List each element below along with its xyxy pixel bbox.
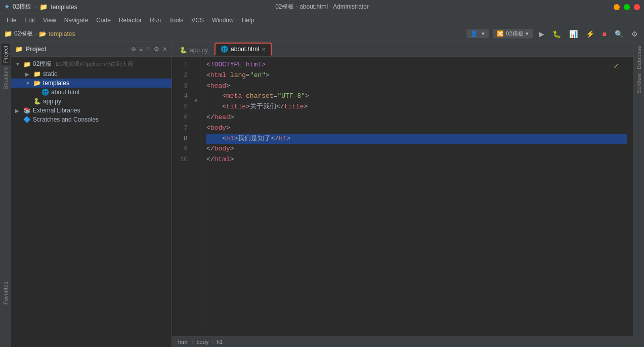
run-toolbar-icon[interactable]: ▶ xyxy=(537,29,546,39)
line-num-10: 10 xyxy=(172,155,188,165)
title-left: ✦ 02模板 › 📁 templates xyxy=(4,3,77,11)
toolbar-folder: 📂 xyxy=(39,30,47,37)
sciview-panel-label[interactable]: SciView xyxy=(636,71,642,95)
line-num-7: 7 xyxy=(172,123,188,134)
menu-tools[interactable]: Tools xyxy=(165,16,187,25)
breadcrumb-sep-2: › xyxy=(211,339,213,345)
right-strip: Database SciView xyxy=(633,42,644,347)
app-py-icon: 🐍 xyxy=(33,98,41,105)
menu-refactor[interactable]: Refactor xyxy=(115,16,145,25)
vtab-structure[interactable]: Structure xyxy=(2,65,10,92)
menu-view[interactable]: View xyxy=(39,16,60,25)
debug-icon[interactable]: 🐛 xyxy=(550,29,563,39)
menu-run[interactable]: Run xyxy=(146,16,164,25)
profile-arrow: ▾ xyxy=(482,30,485,37)
ext-libs-label: External Libraries xyxy=(33,107,80,114)
minimize-button[interactable] xyxy=(614,4,620,10)
left-strip: Project Structure Favorites xyxy=(0,42,11,347)
breadcrumb-sep-1: › xyxy=(192,339,194,345)
gutter-line-7 xyxy=(192,89,200,97)
separator-icon: › xyxy=(34,4,36,11)
ext-arrow: ▶ xyxy=(15,108,21,113)
vcs-button[interactable]: 🔀 02模板 ▾ xyxy=(493,29,532,38)
breadcrumb-html[interactable]: html xyxy=(178,339,189,345)
coverage-icon[interactable]: 📊 xyxy=(567,29,580,39)
tab-close-button[interactable]: ✕ xyxy=(262,47,266,52)
menu-edit[interactable]: Edit xyxy=(21,16,38,25)
folder-icon: 📁 xyxy=(39,3,48,11)
window-title: 02模板 - about.html - Administrator xyxy=(275,3,369,11)
menu-bar: File Edit View Navigate Code Refactor Ru… xyxy=(0,14,644,26)
vcs-label: 02模板 xyxy=(506,30,523,37)
app-icon: ✦ xyxy=(4,3,10,11)
tree-about-html[interactable]: 🌐 about.html xyxy=(11,88,171,97)
static-folder-icon: 📁 xyxy=(33,70,41,78)
tab-app-py[interactable]: 🐍 app.py xyxy=(174,44,213,56)
code-line-3: <head> xyxy=(206,81,627,92)
settings-icon[interactable]: ⚙ xyxy=(629,29,640,39)
project-tree: ▼ 📁 02模板 D:\视频课程\python\小白到大师 ▶ 📁 static… xyxy=(11,57,171,347)
gutter-line-9 xyxy=(192,105,200,113)
stop-icon[interactable]: ■ xyxy=(600,29,609,39)
close-button[interactable] xyxy=(634,4,640,10)
settings-sidebar-icon[interactable]: ⚙ xyxy=(154,46,159,53)
favorites-area: Favorites xyxy=(0,280,11,306)
vtab-favorites[interactable]: Favorites xyxy=(2,280,10,306)
editor-tabs: 🐍 app.py 🌐 about.html ✕ xyxy=(172,42,633,57)
tree-app-py[interactable]: 🐍 app.py xyxy=(11,97,171,106)
breadcrumb-body[interactable]: body xyxy=(196,339,208,345)
root-path: D:\视频课程\python\小白到大师 xyxy=(56,60,133,68)
profile-button[interactable]: 👤 ▾ xyxy=(466,29,489,38)
tab-about-html[interactable]: 🌐 about.html ✕ xyxy=(214,43,272,56)
menu-window[interactable]: Window xyxy=(208,16,237,25)
code-editor: 1 2 3 4 5 6 7 8 9 10 ⚡ xyxy=(172,57,633,336)
gutter: ⚡ xyxy=(192,57,200,336)
line-num-4: 4 xyxy=(172,91,188,102)
toolbar-project[interactable]: 02模板 xyxy=(14,29,33,38)
toolbar-folder-name[interactable]: templates xyxy=(49,30,75,37)
tree-templates[interactable]: ▼ 📂 templates xyxy=(11,79,171,88)
database-panel-label[interactable]: Database xyxy=(636,44,642,71)
menu-file[interactable]: File xyxy=(3,16,20,25)
menu-vcs[interactable]: VCS xyxy=(188,16,207,25)
search-icon[interactable]: 🔍 xyxy=(613,29,625,39)
maximize-button[interactable] xyxy=(624,4,630,10)
close-sidebar-icon[interactable]: ✕ xyxy=(162,46,167,53)
ext-libs-icon: 📚 xyxy=(23,107,31,114)
breadcrumb-h1[interactable]: h1 xyxy=(217,339,223,345)
tree-root[interactable]: ▼ 📁 02模板 D:\视频课程\python\小白到大师 xyxy=(11,59,171,69)
root-label: 02模板 xyxy=(33,60,52,68)
tree-ext-libs[interactable]: ▶ 📚 External Libraries xyxy=(11,106,171,115)
line-num-9: 9 xyxy=(172,144,188,155)
check-mark: ✓ xyxy=(614,61,619,71)
code-line-7: <body> xyxy=(206,123,627,134)
code-line-2: <html lang="en"> xyxy=(206,70,627,81)
sidebar-header: 📁 Project ⊕ ≡ ≣ ⚙ ✕ xyxy=(11,42,171,57)
tree-scratches[interactable]: 🔷 Scratches and Consoles xyxy=(11,115,171,124)
vcs-arrow: ▾ xyxy=(526,30,529,37)
outer-wrapper: Project Structure Favorites 📁 Project ⊕ … xyxy=(0,42,644,347)
code-content[interactable]: <!DOCTYPE html> <html lang="en"> <head> … xyxy=(200,57,633,336)
menu-help[interactable]: Help xyxy=(238,16,258,25)
sidebar-title: Project xyxy=(26,46,47,53)
code-line-8: <h1>我们是知了</h1> xyxy=(206,134,627,144)
code-line-6: </head> xyxy=(206,112,627,123)
profile-run-icon[interactable]: ⚡ xyxy=(584,29,596,39)
profile-icon: 👤 xyxy=(470,30,478,37)
root-arrow: ▼ xyxy=(15,61,21,67)
menu-code[interactable]: Code xyxy=(93,16,114,25)
breadcrumb-bar: html › body › h1 xyxy=(172,336,633,347)
collapse-icon[interactable]: ≣ xyxy=(146,46,151,53)
scroll-icon[interactable]: ≡ xyxy=(139,46,143,53)
sidebar-icons: ⊕ ≡ ≣ ⚙ ✕ xyxy=(131,46,167,53)
tree-static[interactable]: ▶ 📁 static xyxy=(11,69,171,79)
line-num-6: 6 xyxy=(172,112,188,123)
locate-icon[interactable]: ⊕ xyxy=(131,46,136,53)
app-py-label: app.py xyxy=(43,98,61,105)
static-label: static xyxy=(43,70,57,78)
toolbar-right: 👤 ▾ 🔀 02模板 ▾ ▶ 🐛 📊 ⚡ ■ 🔍 ⚙ xyxy=(466,29,640,39)
vtab-project[interactable]: Project xyxy=(2,44,10,65)
about-html-tab-icon: 🌐 xyxy=(221,46,228,53)
toolbar-sep: › xyxy=(35,30,37,37)
menu-navigate[interactable]: Navigate xyxy=(61,16,92,25)
